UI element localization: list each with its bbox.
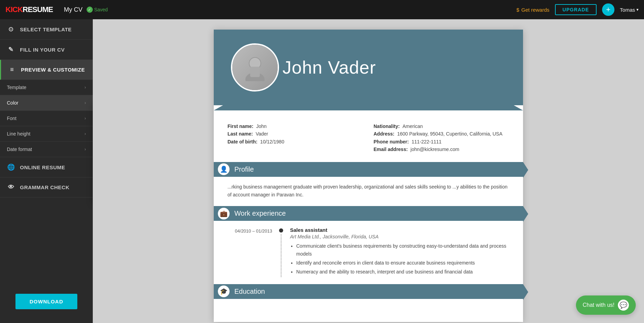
timeline-line	[281, 234, 281, 277]
work-bullet-3: Numeracy and the ability to research, in…	[296, 268, 509, 276]
chat-bubble-icon: 💬	[618, 300, 629, 311]
download-button[interactable]: DOWNLOAD	[15, 294, 77, 309]
cv-body: First name: John Last name: Vader Date o…	[214, 112, 523, 315]
grammar-check-icon: 👁	[7, 184, 15, 191]
cv-name: John Vader	[282, 57, 513, 78]
first-name-label: First name:	[227, 122, 253, 130]
job-title: Sales assistant	[290, 227, 509, 233]
cv-info-block-left: First name: John Last name: Vader Date o…	[227, 122, 363, 153]
phone-label: Phone number:	[374, 138, 409, 146]
font-chevron-icon: ›	[85, 116, 86, 121]
work-section-header: 💼 Work experience	[214, 206, 523, 221]
navbar: KICK RESUME My CV ✓ Saved $ Get rewards …	[0, 0, 644, 19]
main-layout: ⊙ SELECT TEMPLATE ✎ FILL IN YOUR CV ≡ PR…	[0, 19, 644, 323]
cv-dob: Date of birth: 10/12/1980	[227, 138, 363, 146]
navbar-right: $ Get rewards UPGRADE + Tomas ▾	[517, 3, 639, 16]
work-entry: 04/2010 – 01/2013 Sales assistant Art Me…	[227, 227, 509, 277]
saved-status: ✓ Saved	[87, 7, 108, 13]
select-template-icon: ⊙	[7, 25, 15, 33]
sidebar-label-online-resume: ONLINE RESUME	[20, 164, 65, 170]
sidebar-sub-font[interactable]: Font ›	[0, 111, 93, 126]
nationality-value: American	[402, 122, 423, 130]
work-icon: 💼	[217, 207, 230, 220]
sidebar-item-select-template[interactable]: ⊙ SELECT TEMPLATE	[0, 19, 93, 40]
education-icon: 🎓	[217, 285, 230, 298]
last-name-value: Vader	[256, 130, 268, 138]
work-content: Sales assistant Art Media Ltd., Jacksonv…	[290, 227, 509, 277]
dob-value: 10/12/1980	[260, 138, 284, 146]
cv-info-row: First name: John Last name: Vader Date o…	[227, 122, 509, 153]
job-company: Art Media Ltd., Jacksonville, Florida, U…	[290, 234, 509, 239]
avatar-placeholder	[232, 45, 278, 90]
online-resume-icon: 🌐	[7, 163, 15, 171]
color-label: Color	[7, 100, 18, 106]
sidebar-item-online-resume[interactable]: 🌐 ONLINE RESUME	[0, 157, 93, 177]
work-timeline	[279, 227, 283, 277]
sidebar-item-fill-cv[interactable]: ✎ FILL IN YOUR CV	[0, 40, 93, 60]
chat-widget[interactable]: Chat with us! 💬	[576, 295, 636, 315]
cv-nationality: Nationality: American	[374, 122, 509, 130]
email-value: john@kickresume.com	[411, 146, 459, 153]
dob-label: Date of birth:	[227, 138, 257, 146]
upgrade-button[interactable]: UPGRADE	[555, 4, 597, 15]
chevron-down-icon: ▾	[636, 7, 639, 12]
email-label: Email address:	[374, 146, 408, 153]
cv-first-name: First name: John	[227, 122, 363, 130]
timeline-dot	[279, 228, 283, 233]
brand-resume: RESUME	[23, 5, 53, 14]
cv-paper: John Vader First name: John Last name: V…	[214, 30, 523, 322]
cv-area: John Vader First name: John Last name: V…	[93, 19, 644, 323]
address-value: 1600 Parkway, 95043, Cupertino, Californ…	[397, 130, 502, 138]
sidebar-bottom: DOWNLOAD	[0, 287, 93, 323]
font-label: Font	[7, 116, 16, 121]
dollar-icon: $	[517, 7, 519, 13]
sidebar-sub-color[interactable]: Color ›	[0, 95, 93, 111]
document-title: My CV	[64, 6, 82, 13]
last-name-label: Last name:	[227, 130, 253, 138]
line-height-label: Line height	[7, 131, 31, 137]
user-name: Tomas	[620, 7, 635, 13]
line-height-chevron-icon: ›	[85, 131, 86, 136]
sidebar-label-select-template: SELECT TEMPLATE	[20, 26, 72, 32]
sidebar: ⊙ SELECT TEMPLATE ✎ FILL IN YOUR CV ≡ PR…	[0, 19, 93, 323]
sidebar-sub-template[interactable]: Template ›	[0, 80, 93, 95]
profile-text: ...rking business management graduate wi…	[227, 183, 509, 200]
brand-kick: KICK	[5, 5, 23, 14]
cv-email: Email address: john@kickresume.com	[374, 146, 509, 153]
cv-header: John Vader	[214, 30, 523, 105]
education-section-header: 🎓 Education	[214, 284, 523, 299]
sidebar-sub-line-height[interactable]: Line height ›	[0, 126, 93, 142]
sidebar-item-preview-customize[interactable]: ≡ PREVIEW & CUSTOMIZE	[0, 60, 93, 80]
profile-title: Profile	[234, 165, 254, 173]
work-bullets: Communicate client's business requiremen…	[290, 242, 509, 276]
address-label: Address:	[374, 130, 395, 138]
cv-name-banner: John Vader	[282, 57, 513, 78]
sidebar-sub-date-format[interactable]: Date format ›	[0, 142, 93, 157]
work-title: Work experience	[234, 209, 286, 217]
template-label: Template	[7, 85, 26, 90]
user-menu[interactable]: Tomas ▾	[620, 7, 639, 13]
svg-rect-3	[250, 67, 260, 77]
profile-icon: 👤	[217, 163, 230, 176]
get-rewards-button[interactable]: $ Get rewards	[517, 7, 549, 13]
sidebar-label-preview-customize: PREVIEW & CUSTOMIZE	[21, 67, 85, 73]
work-bullet-2: Identify and reconcile errors in client …	[296, 259, 509, 267]
work-date: 04/2010 – 01/2013	[227, 227, 272, 277]
sidebar-item-grammar-check[interactable]: 👁 GRAMMAR CHECK	[0, 177, 93, 197]
get-rewards-label: Get rewards	[521, 7, 549, 13]
brand-logo[interactable]: KICK RESUME	[5, 5, 53, 14]
plus-button[interactable]: +	[602, 3, 614, 16]
cv-info-block-right: Nationality: American Address: 1600 Park…	[374, 122, 509, 153]
date-format-label: Date format	[7, 147, 32, 152]
profile-section-header: 👤 Profile	[214, 162, 523, 177]
check-circle-icon: ✓	[87, 7, 93, 13]
first-name-value: John	[256, 122, 266, 130]
chat-label: Chat with us!	[583, 302, 614, 308]
nationality-label: Nationality:	[374, 122, 400, 130]
date-format-chevron-icon: ›	[85, 147, 86, 152]
saved-label: Saved	[94, 7, 108, 12]
preview-customize-icon: ≡	[8, 66, 16, 73]
work-bullet-1: Communicate client's business requiremen…	[296, 242, 509, 258]
template-chevron-icon: ›	[85, 85, 86, 90]
cv-last-name: Last name: Vader	[227, 130, 363, 138]
